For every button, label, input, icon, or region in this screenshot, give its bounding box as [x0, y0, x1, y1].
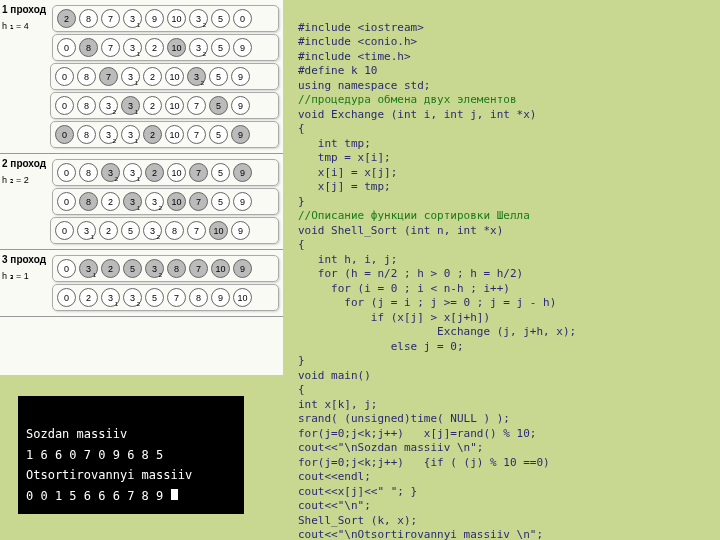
array-cell: 8	[165, 221, 184, 240]
array-cell: 9	[145, 9, 164, 28]
array-cell: 10	[167, 163, 186, 182]
array-cell: 10	[211, 259, 230, 278]
code-line: {	[298, 122, 305, 135]
array-cell: 32	[123, 288, 142, 307]
array-cell: 8	[79, 192, 98, 211]
array-cell: 0	[57, 288, 76, 307]
array-cell: 0	[57, 38, 76, 57]
code-comment: //Описание функции сортировки Шелла	[298, 209, 530, 222]
array-cell: 32	[187, 67, 206, 86]
code-line: if (x[j] > x[j+h])	[298, 311, 490, 324]
array-cell: 10	[233, 288, 252, 307]
array-cell: 10	[167, 9, 186, 28]
array-cell: 5	[121, 221, 140, 240]
array-cell: 2	[79, 288, 98, 307]
array-cell: 10	[165, 67, 184, 86]
array-cell: 7	[187, 221, 206, 240]
shell-sort-diagram: 1 проходh ₁ = 42873191032500873121032590…	[0, 0, 283, 375]
array-cell: 0	[57, 163, 76, 182]
code-line: int tmp;	[298, 137, 371, 150]
array-cell: 7	[187, 96, 206, 115]
array-cell: 0	[55, 67, 74, 86]
array-cell: 0	[55, 96, 74, 115]
code-line: tmp = x[i];	[298, 151, 391, 164]
code-line: for(j=0;j<k;j++) {if ( (j) % 10 ==0)	[298, 456, 550, 469]
code-line: srand( (unsigned)time( NULL ) );	[298, 412, 510, 425]
console-line: 1 6 6 0 7 0 9 6 8 5	[26, 448, 163, 462]
array-cell: 8	[167, 259, 186, 278]
array-cell: 31	[123, 192, 142, 211]
code-line: #include <iostream>	[298, 21, 424, 34]
array-cell: 2	[57, 9, 76, 28]
array-cell: 2	[101, 192, 120, 211]
code-line: }	[298, 195, 305, 208]
code-line: for(j=0;j<k;j++) x[j]=rand() % 10;	[298, 427, 536, 440]
console-line: Sozdan massiiv	[26, 427, 127, 441]
array-cell: 8	[79, 38, 98, 57]
array-cell: 0	[57, 259, 76, 278]
array-cell: 8	[189, 288, 208, 307]
array-cell: 7	[101, 9, 120, 28]
code-line: {	[298, 238, 305, 251]
array-cell: 9	[231, 96, 250, 115]
array-cell: 31	[101, 288, 120, 307]
array-cell: 32	[189, 38, 208, 57]
array-cell: 7	[187, 125, 206, 144]
array-cell: 32	[143, 221, 162, 240]
array-cell: 9	[211, 288, 230, 307]
array-cell: 31	[121, 125, 140, 144]
array-cell: 0	[233, 9, 252, 28]
array-cell: 31	[123, 38, 142, 57]
code-line: #include <conio.h>	[298, 35, 417, 48]
code-line: Exchange (j, j+h, x);	[298, 325, 576, 338]
array-cell: 10	[209, 221, 228, 240]
code-line: for (j = i ; j >= 0 ; j = j - h)	[298, 296, 556, 309]
array-cell: 9	[233, 259, 252, 278]
code-line: for (h = n/2 ; h > 0 ; h = h/2)	[298, 267, 523, 280]
code-line: cout<<endl;	[298, 470, 371, 483]
console-line: Otsortirovannyi massiiv	[26, 468, 192, 482]
array-cell: 31	[121, 67, 140, 86]
code-line: #define k 10	[298, 64, 377, 77]
code-line: int x[k], j;	[298, 398, 377, 411]
array-cell: 5	[211, 192, 230, 211]
code-line: #include <time.h>	[298, 50, 411, 63]
array-cell: 31	[123, 9, 142, 28]
array-cell: 7	[189, 163, 208, 182]
array-cell: 5	[123, 259, 142, 278]
array-cell: 2	[145, 38, 164, 57]
code-line: void main()	[298, 369, 371, 382]
code-comment: //процедура обмена двух элементов	[298, 93, 517, 106]
array-cell: 10	[165, 125, 184, 144]
array-cell: 9	[233, 192, 252, 211]
code-line: int h, i, j;	[298, 253, 397, 266]
code-line: x[j] = tmp;	[298, 180, 391, 193]
code-line: cout<<"\n";	[298, 499, 371, 512]
array-cell: 7	[101, 38, 120, 57]
array-cell: 31	[77, 221, 96, 240]
array-cell: 5	[209, 67, 228, 86]
array-cell: 8	[77, 96, 96, 115]
array-cell: 2	[101, 259, 120, 278]
code-line: cout<<"\nOtsortirovannyi massiiv \n";	[298, 528, 543, 540]
array-cell: 32	[189, 9, 208, 28]
array-cell: 2	[145, 163, 164, 182]
array-cell: 9	[233, 163, 252, 182]
array-cell: 32	[99, 125, 118, 144]
array-cell: 2	[99, 221, 118, 240]
array-cell: 9	[231, 67, 250, 86]
array-cell: 10	[165, 96, 184, 115]
array-cell: 2	[143, 125, 162, 144]
code-line: using namespace std;	[298, 79, 430, 92]
code-line: x[i] = x[j];	[298, 166, 397, 179]
array-cell: 9	[231, 125, 250, 144]
array-cell: 0	[55, 221, 74, 240]
array-cell: 0	[57, 192, 76, 211]
code-line: void Shell_Sort (int n, int *x)	[298, 224, 503, 237]
console-output: Sozdan massiiv 1 6 6 0 7 0 9 6 8 5 Otsor…	[18, 396, 244, 514]
array-cell: 32	[145, 259, 164, 278]
console-line: 0 0 1 5 6 6 6 7 8 9	[26, 489, 171, 503]
array-cell: 0	[55, 125, 74, 144]
array-cell: 5	[211, 38, 230, 57]
array-cell: 7	[99, 67, 118, 86]
